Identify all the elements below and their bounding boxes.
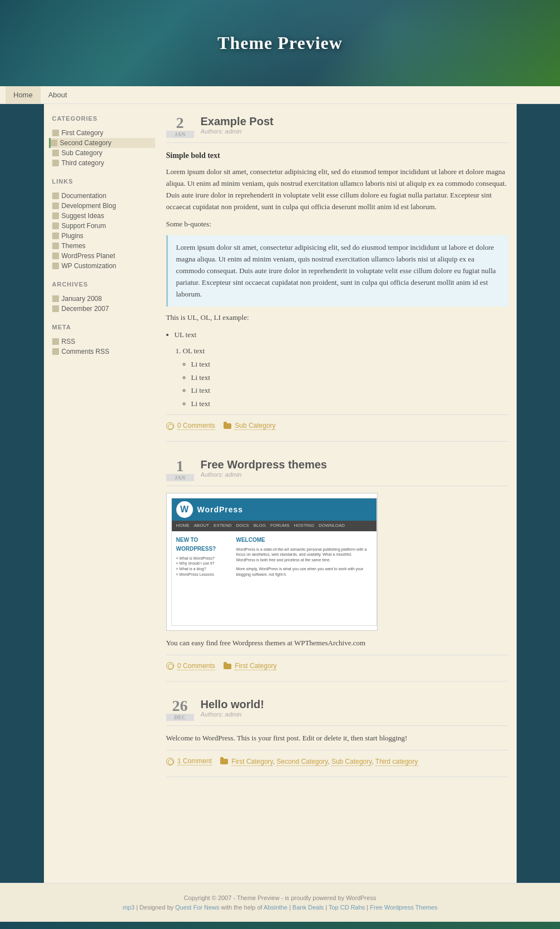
list-item: Development Blog [52, 201, 155, 211]
post-paragraph: You can easy find free Wordpress themes … [166, 638, 508, 649]
list-item: December 2007 [52, 304, 155, 314]
category-third[interactable]: Third category [62, 159, 105, 167]
post-wp-themes: 1 JAN Free Wordpress themes Authors: adm… [166, 458, 508, 682]
post-date: 1 JAN [166, 458, 194, 481]
footer-link-quest[interactable]: Quest For News [175, 904, 219, 911]
sidebar: Categories First Category Second Categor… [52, 115, 155, 872]
link-documentation[interactable]: Documentation [62, 192, 107, 200]
comments-link[interactable]: 0 Comments [177, 422, 215, 430]
archive-jan-2008[interactable]: January 2008 [62, 295, 102, 303]
list-item: Comments RSS [52, 347, 155, 357]
meta-comments-rss[interactable]: Comments RSS [62, 348, 110, 355]
comments-meta: 0 Comments [166, 422, 215, 430]
post-meta: 1 Comment First Category, Second Categor… [166, 757, 508, 765]
list-item: Documentation [52, 191, 155, 201]
post-header: Example Post Authors: admin [201, 115, 274, 135]
list-item: First Category [52, 128, 155, 138]
archives-list: January 2008 December 2007 [52, 294, 155, 314]
post-footer-divider [166, 750, 508, 750]
sidebar-links: Links Documentation Development Blog Sug… [52, 178, 155, 271]
with-help-text: with the help of [221, 904, 262, 911]
comment-icon [166, 422, 174, 430]
post-example: 2 JAN Example Post Authors: admin Simple… [166, 115, 508, 442]
list-item: Themes [52, 241, 155, 251]
list-item: Plugins [52, 231, 155, 241]
footer-link-absinthe[interactable]: Absinthe [264, 904, 288, 911]
page-icon [52, 348, 59, 355]
nav-about[interactable]: About [41, 86, 75, 103]
link-wp-customization[interactable]: WP Customization [62, 262, 116, 270]
meta-title: Meta [52, 324, 155, 332]
post-header: Hello world! Authors: admin [201, 698, 264, 718]
post-title: Example Post [201, 115, 274, 128]
footer-link-free-wp[interactable]: Free Wordpress Themes [370, 904, 437, 911]
wp-body: NEW TO WORDPRESS? » What is WordPress?» … [172, 531, 376, 585]
list-intro: This is UL, OL, LI example: [166, 312, 508, 324]
links-list: Documentation Development Blog Suggest I… [52, 191, 155, 271]
link-wp-planet[interactable]: WordPress Planet [62, 252, 116, 260]
category-first[interactable]: First Category [62, 129, 103, 137]
post-body: Welcome to WordPress. This is your first… [166, 733, 508, 744]
copyright-text: Copyright © 2007 - Theme Preview - is pr… [184, 895, 376, 901]
post-author: Authors: admin [201, 711, 264, 718]
category-link[interactable]: Sub Category [235, 422, 275, 430]
wp-mock: W WordPress HOME ABOUT EXTEND DOCS BLOG … [171, 498, 377, 626]
comments-link[interactable]: 1 Comment [177, 757, 212, 765]
footer-link-bank[interactable]: Bank Deals [293, 904, 324, 911]
link-themes[interactable]: Themes [62, 242, 86, 250]
category-second[interactable]: Second Category [60, 139, 112, 147]
post-meta: 0 Comments First Category [166, 662, 508, 670]
comments-link[interactable]: 0 Comments [177, 662, 215, 670]
list-item: Li text [191, 372, 508, 384]
list-item: WordPress Planet [52, 251, 155, 261]
comments-meta: 0 Comments [166, 662, 215, 670]
page-icon [52, 233, 59, 239]
archives-title: Archives [52, 281, 155, 289]
nav-home[interactable]: Home [6, 86, 41, 103]
post-divider [166, 486, 508, 486]
footer-links: mp3 | Designed by Quest For News with th… [11, 904, 549, 911]
post-month: DEC [166, 714, 194, 721]
bottom-decoration [0, 922, 560, 929]
category-meta: Sub Category [224, 422, 276, 429]
category-first[interactable]: First Category [231, 758, 272, 766]
post-meta: 0 Comments Sub Category [166, 422, 508, 430]
site-title: Theme Preview [217, 33, 343, 53]
page-icon [52, 295, 59, 302]
wp-logo: W [176, 501, 193, 518]
folder-icon [224, 664, 231, 669]
wp-sidebar: NEW TO WORDPRESS? » What is WordPress?» … [176, 536, 232, 581]
site-footer: Copyright © 2007 - Theme Preview - is pr… [0, 883, 560, 922]
category-sub[interactable]: Sub Category [331, 758, 372, 766]
post-author: Authors: admin [201, 471, 328, 478]
footer-link-mp3[interactable]: mp3 [122, 904, 134, 911]
archive-dec-2007[interactable]: December 2007 [62, 305, 109, 313]
category-second[interactable]: Second Category [276, 758, 328, 766]
post-day: 26 [166, 698, 194, 714]
page-icon [52, 130, 59, 136]
list-item: UL text [175, 329, 508, 341]
wp-screenshot: W WordPress HOME ABOUT EXTEND DOCS BLOG … [166, 493, 378, 631]
categories-list: First Category Second Category Sub Categ… [52, 128, 155, 168]
category-third[interactable]: Third category [375, 758, 418, 766]
category-sub[interactable]: Sub Category [62, 149, 102, 157]
post-date: 2 JAN [166, 115, 194, 138]
list-item: January 2008 [52, 294, 155, 304]
link-dev-blog[interactable]: Development Blog [62, 202, 116, 210]
category-link[interactable]: First Category [235, 662, 276, 670]
link-suggest-ideas[interactable]: Suggest Ideas [62, 212, 105, 220]
categories-title: Categories [52, 115, 155, 123]
list-item: RSS [52, 337, 155, 347]
list-item: Sub Category [52, 148, 155, 158]
post-paragraph: Welcome to WordPress. This is your first… [166, 733, 508, 744]
footer-link-top-cd[interactable]: Top CD Rahs [329, 904, 365, 911]
wp-nav: HOME ABOUT EXTEND DOCS BLOG FORUMS HOSTI… [172, 521, 376, 531]
link-plugins[interactable]: Plugins [62, 232, 83, 240]
page-icon [52, 305, 59, 312]
footer-copyright: Copyright © 2007 - Theme Preview - is pr… [11, 895, 549, 901]
link-support-forum[interactable]: Support Forum [62, 222, 106, 230]
sidebar-archives: Archives January 2008 December 2007 [52, 281, 155, 314]
meta-rss[interactable]: RSS [62, 338, 76, 345]
post-footer-divider [166, 655, 508, 655]
list-item: Support Forum [52, 221, 155, 231]
